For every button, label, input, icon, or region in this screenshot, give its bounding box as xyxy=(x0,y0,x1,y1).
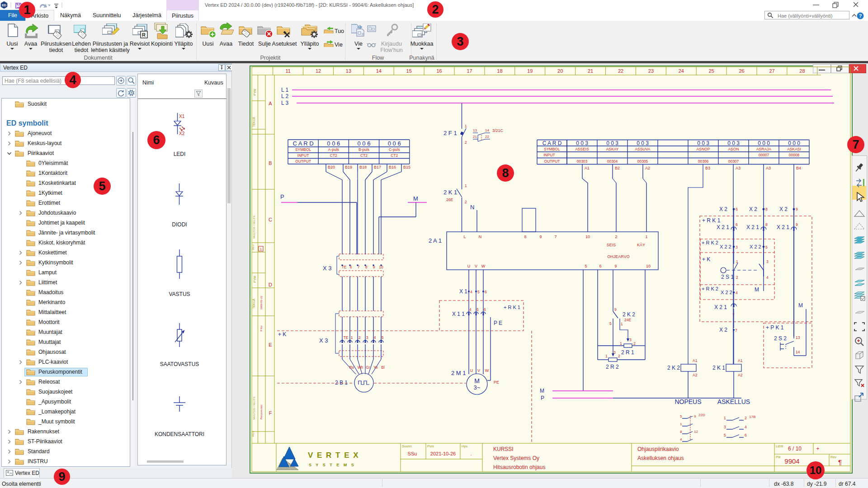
svg-text:CT2: CT2 xyxy=(330,153,337,158)
svg-text:9: 9 xyxy=(796,222,798,227)
svg-text:0 0 6: 0 0 6 xyxy=(327,140,340,147)
svg-text:2 A 1: 2 A 1 xyxy=(429,237,442,244)
svg-text:.: . xyxy=(470,451,472,456)
svg-text:2 K 2: 2 K 2 xyxy=(623,311,635,318)
svg-text:2: 2 xyxy=(736,275,738,280)
svg-text:6: 6 xyxy=(745,433,747,437)
svg-text:X 2: X 2 xyxy=(719,327,727,333)
svg-text:28: 28 xyxy=(799,68,805,74)
svg-text:3: 3 xyxy=(366,335,368,340)
svg-text:Hitsausrobotin ohjaus: Hitsausrobotin ohjaus xyxy=(493,464,545,470)
svg-text:M: M xyxy=(798,302,803,309)
svg-text:26E: 26E xyxy=(446,197,453,202)
svg-text:Ye: Ye xyxy=(373,365,378,370)
svg-text:21: 21 xyxy=(473,135,477,139)
svg-text:ASKASI: ASKASI xyxy=(787,147,801,151)
svg-text:10: 10 xyxy=(646,264,651,268)
svg-text:+ R K 2: + R K 2 xyxy=(702,240,718,245)
svg-text:9: 9 xyxy=(694,414,696,418)
svg-text:6 / 10: 6 / 10 xyxy=(788,446,802,452)
svg-text:2: 2 xyxy=(618,354,620,358)
svg-text:5: 5 xyxy=(680,414,682,418)
svg-text:22: 22 xyxy=(618,68,623,74)
svg-text:2: 2 xyxy=(633,341,636,346)
svg-text:A1: A1 xyxy=(738,358,743,363)
svg-text:2: 2 xyxy=(465,140,467,145)
svg-text:15: 15 xyxy=(406,68,412,74)
svg-text:1: 1 xyxy=(465,124,467,128)
svg-text:10: 10 xyxy=(585,235,590,239)
svg-text:A3: A3 xyxy=(736,166,741,170)
svg-text:19: 19 xyxy=(527,68,533,74)
svg-text:4: 4 xyxy=(469,307,472,312)
svg-text:1: 1 xyxy=(680,422,682,426)
svg-text:6: 6 xyxy=(736,222,738,227)
svg-text:0 0 3: 0 0 3 xyxy=(727,140,740,146)
svg-text:Ohjauspiirikaavio: Ohjauspiirikaavio xyxy=(637,446,679,452)
svg-text:12: 12 xyxy=(316,68,321,74)
svg-text:9: 9 xyxy=(539,235,542,239)
svg-text:C A R D: C A R D xyxy=(542,140,562,146)
svg-text:2 R 1: 2 R 1 xyxy=(621,349,634,356)
svg-text:14: 14 xyxy=(485,128,489,132)
svg-text:24E: 24E xyxy=(624,318,631,322)
svg-text:C-puls: C-puls xyxy=(389,147,400,152)
svg-text:TE: TE xyxy=(344,335,349,340)
svg-text:P E: P E xyxy=(494,320,502,326)
svg-text:4: 4 xyxy=(680,437,682,441)
svg-text:C: C xyxy=(269,217,272,222)
svg-text:Hyv.: Hyv. xyxy=(462,444,468,448)
svg-text:+ K: + K xyxy=(702,256,710,263)
svg-text:1: 1 xyxy=(620,341,622,346)
svg-text:B4: B4 xyxy=(796,166,801,170)
svg-text:L: L xyxy=(463,235,466,239)
svg-text:00007: 00007 xyxy=(759,153,769,157)
svg-text:W: W xyxy=(485,368,489,373)
svg-text:ASON: ASON xyxy=(728,147,739,151)
svg-text:PYM: PYM xyxy=(253,89,256,95)
svg-text:7: 7 xyxy=(554,235,557,239)
svg-text:V E R T E X: V E R T E X xyxy=(308,451,359,460)
svg-text:00305: 00305 xyxy=(637,159,648,164)
svg-text:B15: B15 xyxy=(403,165,410,169)
svg-text:N: N xyxy=(470,204,474,211)
svg-text:2: 2 xyxy=(615,235,617,239)
svg-text:X 2 1: X 2 1 xyxy=(746,224,759,230)
svg-text:CT2: CT2 xyxy=(391,153,398,158)
svg-text:Pvm: Pvm xyxy=(427,444,434,448)
svg-text:+ R K 1: + R K 1 xyxy=(702,217,721,224)
svg-text:X 1 1: X 1 1 xyxy=(452,311,465,317)
svg-text:Piir: Piir xyxy=(776,455,781,459)
svg-text:2 M 1: 2 M 1 xyxy=(451,370,466,376)
svg-text:18: 18 xyxy=(497,68,502,74)
svg-text:5: 5 xyxy=(476,307,479,312)
svg-text:5: 5 xyxy=(585,264,587,268)
svg-text:PYM: PYM xyxy=(253,276,256,282)
svg-text:8: 8 xyxy=(680,430,682,434)
svg-text:A2: A2 xyxy=(693,373,698,377)
svg-text:X 2 1: X 2 1 xyxy=(714,304,727,310)
svg-text:MUUTOS / SELITE: MUUTOS / SELITE xyxy=(253,215,255,239)
svg-text:L 3: L 3 xyxy=(281,100,289,106)
svg-text:X1: X1 xyxy=(179,114,185,119)
svg-text:23: 23 xyxy=(648,68,654,74)
svg-text:X 2 1: X 2 1 xyxy=(777,224,789,230)
svg-text:VASTUS: VASTUS xyxy=(169,291,190,297)
svg-text:X 1: X 1 xyxy=(459,288,467,295)
svg-text:X 2: X 2 xyxy=(779,206,788,212)
svg-text:3/21C: 3/21C xyxy=(492,128,504,133)
svg-text:ASKAY: ASKAY xyxy=(606,147,619,151)
svg-text:A1: A1 xyxy=(693,358,698,363)
svg-text:B20: B20 xyxy=(328,165,335,169)
svg-text:25: 25 xyxy=(709,68,714,74)
svg-text:4: 4 xyxy=(470,290,472,294)
svg-text:22: 22 xyxy=(485,135,489,139)
svg-text:KONDENSAATTORI: KONDENSAATTORI xyxy=(155,431,204,437)
svg-text:M: M xyxy=(413,195,418,202)
svg-text:26: 26 xyxy=(739,68,744,74)
svg-text:CT2: CT2 xyxy=(360,153,368,158)
svg-text:SAATOVASTUS: SAATOVASTUS xyxy=(160,361,199,367)
svg-text:1: 1 xyxy=(605,354,608,358)
svg-text:2021-10-26: 2021-10-26 xyxy=(430,451,456,456)
svg-text:B17: B17 xyxy=(374,165,381,169)
